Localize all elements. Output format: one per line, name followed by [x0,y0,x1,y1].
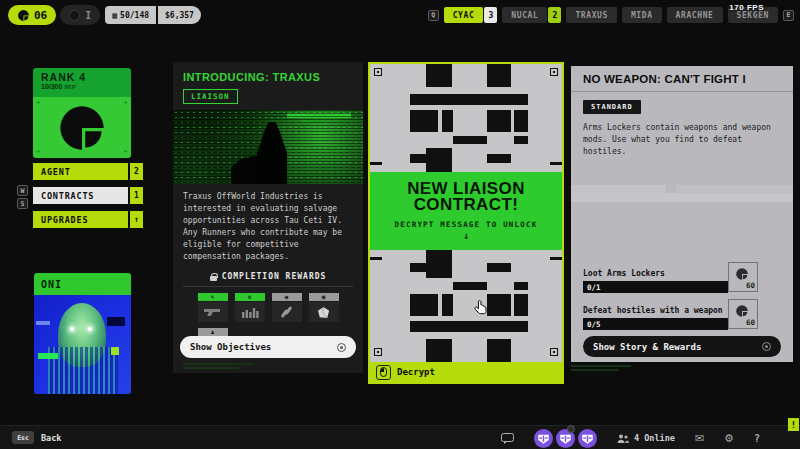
people-icon [617,434,629,443]
nav-item-agent[interactable]: AGENT 2 [33,163,146,180]
scanlines-overlay [173,110,363,184]
tab-traxus[interactable]: TRAXUS [566,7,617,23]
prev-faction-key-hint: Q [428,10,439,21]
player-avatar[interactable] [578,429,597,448]
rep-reward-value: 60 [746,281,755,290]
nav-item-upgrades[interactable]: UPGRADES ↑ [33,211,146,228]
modules-grid-icon: ▦ [112,11,117,20]
fine-print-deco [571,365,631,367]
cyac-logo-icon [735,267,749,281]
fine-print-deco [571,369,619,371]
fine-print-deco [183,363,253,365]
esc-key-hint: Esc [12,431,34,444]
notification-badge[interactable]: ! [788,418,799,431]
show-objectives-button[interactable]: Show Objectives [180,336,356,358]
step-deco [571,193,793,202]
rewards-title: COMPLETION REWARDS [222,272,327,281]
glitch-block [36,321,50,325]
rank-panel: RANK 4 10/300 REP + + + + [33,68,131,158]
tab-cyac[interactable]: CYAC 3 [444,7,498,23]
fine-print-deco [183,367,239,369]
upgrades-badge: ↑ [130,211,143,228]
registration-mark [550,68,558,76]
key-up-hint: W [17,185,28,196]
banner-headline-2: CONTRACT! [407,197,525,213]
party-avatars [534,429,597,448]
toggle-ring-icon [337,343,346,352]
cyac-logo-icon [735,304,749,318]
divider [571,91,793,92]
lock-icon [210,276,217,281]
encrypted-contract-card[interactable]: NEW LIAISON CONTRACT! DECRYPT MESSAGE TO… [368,62,564,384]
loadout-slot-icon [69,10,80,21]
oni-eye [88,327,92,331]
gun-icon [203,307,223,317]
target-icon: ◉ [285,294,289,300]
game-screen: 06 I ▦ 50/148 $6,357 Q CYAC 3 NUCAL 2 [0,0,800,449]
chat-icon[interactable] [501,433,514,444]
key-down-hint: S [17,198,28,209]
show-story-rewards-button[interactable]: Show Story & Rewards [583,336,781,357]
contracts-badge: 1 [130,187,143,204]
stat-bars-icon [241,306,259,318]
player-rank-pill[interactable]: 06 [8,5,56,25]
contract-detail-panel: NO WEAPON: CAN'T FIGHT I STANDARD Arms L… [571,66,793,362]
banner-subline: DECRYPT MESSAGE TO UNLOCK [395,220,538,229]
objective-defeat: Defeat hostiles with a weapon 0/5 [583,306,728,330]
oni-hair-glitch [48,347,118,394]
liaison-type-badge: LIAISON [183,89,238,104]
help-icon[interactable]: ? [754,433,760,444]
weapon-mod-icon: ✎ [211,294,215,300]
objective-progress-bar: 0/1 [583,281,728,293]
person-icon: ♟ [211,329,215,335]
corner-mark: + [123,99,128,107]
left-nav-menu: AGENT 2 CONTRACTS 1 UPGRADES ↑ [33,163,146,235]
back-button[interactable]: Back [41,433,61,443]
corner-mark: + [36,148,41,156]
bullets-icon [280,305,294,319]
tier-badge: STANDARD [583,100,641,114]
top-bar: 06 I ▦ 50/148 $6,357 Q CYAC 3 NUCAL 2 [0,0,800,30]
oni-portrait [34,295,131,394]
mail-icon[interactable]: ✉ [695,433,704,444]
loadout-value: I [85,10,91,21]
toggle-ring-icon [762,342,771,351]
player-rank-value: 06 [34,9,47,22]
credits-counter: $6,357 [158,6,201,24]
online-status: 4 Online [617,433,675,443]
reward-material[interactable]: ▣ [309,293,339,322]
liaison-intro-panel: INTRODUCING: TRAXUS LIAISON Traxus OffWo… [173,62,363,373]
player-avatar[interactable] [534,429,553,448]
oni-eye [70,327,74,331]
cursor-pointer [472,299,490,317]
decrypt-button[interactable]: Decrypt [370,362,562,382]
oni-panel: ONI [34,273,131,394]
nav-item-contracts[interactable]: CONTRACTS 1 [33,187,146,204]
rep-value: 10/300 [41,83,62,90]
faction-emblem: + + + + [33,97,131,158]
reward-equalizer[interactable]: ⚙ [235,293,265,322]
step-deco [571,185,666,193]
reward-ammo[interactable]: ◉ [272,293,302,322]
avatar-status-badge [567,425,575,433]
glitch-block [107,317,125,326]
rank-header: RANK 4 10/300 REP [33,68,131,97]
glitch-pattern-top [370,64,562,172]
reward-weapon[interactable]: ✎ [198,293,228,322]
tab-nucal-badge: 2 [548,7,561,23]
objective-progress-bar: 0/5 [583,318,728,330]
tab-mida[interactable]: MIDA [622,7,662,23]
mouse-icon [380,367,387,377]
modules-value: 50/148 [120,11,149,20]
loadout-pill[interactable]: I [60,5,100,25]
intro-title: INTRODUCING: TRAXUS [183,71,353,83]
tab-nucal[interactable]: NUCAL 2 [502,7,561,23]
registration-mark [374,68,382,76]
tab-arachne[interactable]: ARACHNE [667,7,723,23]
corner-mark: + [36,99,41,107]
corner-mark: + [123,148,128,156]
mouse-hint-chip [376,365,391,380]
glitch-block [38,353,58,359]
settings-gear-icon[interactable]: ⚙ [724,433,734,444]
divider [183,286,353,287]
